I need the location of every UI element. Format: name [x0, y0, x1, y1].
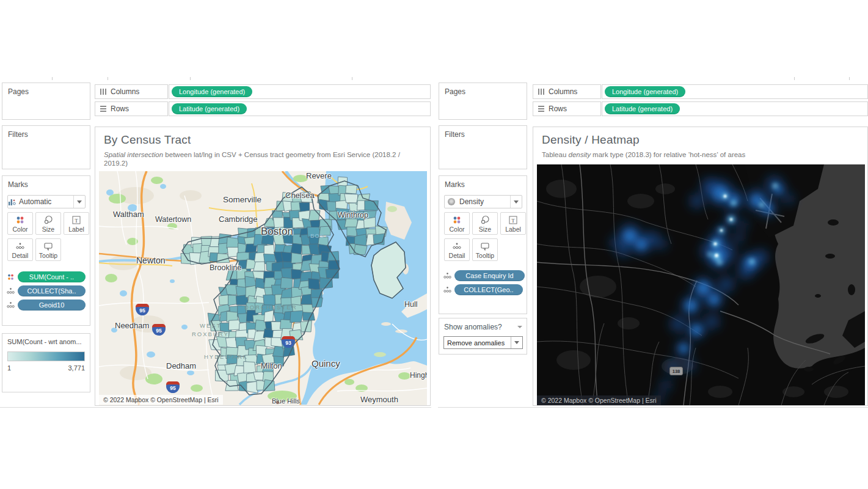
- mark-type-caret[interactable]: [73, 196, 85, 208]
- mark-type-dropdown[interactable]: Automatic: [7, 195, 86, 208]
- city-label: Waltham: [113, 210, 144, 219]
- marks-pill[interactable]: Case Enquiry Id: [454, 270, 525, 281]
- area-label: WEST: [200, 322, 221, 329]
- tooltip-icon: [480, 241, 490, 251]
- detail-icon: [6, 301, 15, 310]
- columns-pill[interactable]: Longitude (generated): [605, 86, 685, 97]
- rows-shelf-right[interactable]: Latitude (generated): [602, 101, 868, 116]
- pill-row: SUM(Count - ..: [6, 271, 86, 282]
- detail-icon: [452, 241, 462, 251]
- detail-button[interactable]: Detail: [444, 238, 470, 261]
- filters-shelf-right[interactable]: Filters: [439, 125, 527, 169]
- marks-pill[interactable]: Geoid10: [18, 300, 86, 311]
- window-bottom-edge: [438, 407, 868, 408]
- columns-shelf-right[interactable]: Longitude (generated): [602, 84, 868, 99]
- size-button-label: Size: [42, 226, 54, 233]
- city-label: Hingham: [410, 371, 427, 380]
- color-button[interactable]: Color: [7, 212, 33, 235]
- pill-row: Geoid10: [6, 300, 86, 311]
- columns-shelf-left[interactable]: Longitude (generated): [169, 84, 431, 99]
- size-button-label: Size: [479, 226, 491, 233]
- label-button[interactable]: T Label: [500, 212, 526, 235]
- city-label: Watertown: [155, 215, 191, 224]
- city-label: Cambridge: [219, 215, 258, 224]
- choropleth-map[interactable]: RevereChelseaSomervilleWinthropWalthamWa…: [99, 171, 427, 405]
- columns-shelf-label-right: Columns: [533, 84, 601, 99]
- interstate-shield: 95: [152, 324, 166, 336]
- detail-icon: [443, 285, 452, 295]
- map-attribution: © 2022 Mapbox © OpenStreetMap | Esri: [99, 395, 223, 405]
- rows-pill[interactable]: Latitude (generated): [172, 103, 247, 114]
- size-icon: [43, 215, 53, 225]
- size-button[interactable]: Size: [472, 212, 498, 235]
- top-tick: [52, 77, 53, 80]
- rows-shelf-left[interactable]: Latitude (generated): [169, 101, 431, 116]
- rows-label: Rows: [549, 105, 567, 113]
- city-label: Brookline: [210, 263, 241, 272]
- pill-row: Case Enquiry Id: [443, 270, 525, 281]
- area-label: ROXBURY: [192, 331, 229, 337]
- parameter-menu-caret[interactable]: [517, 326, 522, 328]
- sheet-subtitle: Spatial intersection between lat/lng in …: [104, 150, 417, 167]
- tooltip-button-label: Tooltip: [476, 252, 494, 259]
- legend-title: SUM(Count - wrt anom...: [7, 338, 82, 345]
- mark-type-caret[interactable]: [510, 196, 522, 208]
- marks-pill[interactable]: COLLECT(Geo..: [454, 284, 523, 295]
- marks-pill[interactable]: COLLECT(Sha..: [18, 285, 86, 296]
- sheet-subtitle: Tableau density mark type (2018.3) for r…: [542, 150, 855, 159]
- sheet-title: By Census Tract: [104, 133, 191, 147]
- city-label: Somerville: [223, 195, 261, 204]
- rows-icon: [538, 106, 544, 112]
- columns-pill[interactable]: Longitude (generated): [172, 86, 252, 97]
- marks-card-left: Marks Automatic Color Size: [2, 175, 90, 326]
- parameter-dropdown-caret[interactable]: [511, 337, 522, 348]
- detail-icon: [443, 271, 452, 281]
- tooltip-button[interactable]: Tooltip: [35, 238, 61, 261]
- city-label: Chelsea: [285, 191, 315, 200]
- city-label: Milton: [261, 361, 282, 370]
- mark-type-value: Density: [455, 197, 510, 206]
- top-tick: [794, 77, 795, 80]
- area-label: DORCHESTER: [244, 304, 297, 311]
- marks-pill[interactable]: SUM(Count - ..: [18, 271, 86, 282]
- city-label: Dedham: [166, 361, 196, 370]
- legend-max: 3,771: [68, 364, 85, 372]
- legend-min: 1: [7, 364, 11, 372]
- rows-shelf-label-left: Rows: [95, 101, 168, 116]
- city-label: Quincy: [312, 358, 340, 369]
- detail-button-label: Detail: [12, 252, 29, 259]
- pill-row: COLLECT(Sha..: [6, 285, 86, 296]
- columns-label: Columns: [549, 87, 577, 96]
- detail-icon: [6, 287, 15, 296]
- filters-label: Filters: [445, 130, 465, 139]
- detail-button[interactable]: Detail: [7, 238, 33, 261]
- city-label: Needham: [115, 321, 149, 330]
- parameter-dropdown[interactable]: Remove anomalies: [443, 336, 523, 349]
- color-legend-card[interactable]: SUM(Count - wrt anom... 1 3,771: [2, 333, 90, 392]
- interstate-shield: 93: [282, 336, 295, 348]
- rows-pill[interactable]: Latitude (generated): [605, 103, 680, 114]
- detail-button-label: Detail: [449, 252, 465, 259]
- city-label: Weymouth: [360, 395, 398, 404]
- legend-gradient: [7, 351, 85, 361]
- mark-type-value: Automatic: [16, 197, 73, 206]
- columns-icon: [538, 89, 544, 95]
- mark-type-dropdown[interactable]: Density: [444, 195, 522, 208]
- pages-shelf-right[interactable]: Pages: [439, 83, 527, 120]
- pages-shelf-left[interactable]: Pages: [2, 83, 90, 120]
- city-label: Hull: [404, 300, 418, 309]
- color-button[interactable]: Color: [444, 212, 470, 235]
- density-heatmap-map[interactable]: 138 © 2022 Mapbox © OpenStreetMap | Esri: [537, 164, 865, 405]
- size-icon: [480, 215, 490, 225]
- color-button-label: Color: [12, 226, 27, 233]
- label-button[interactable]: T Label: [64, 212, 89, 235]
- tooltip-button[interactable]: Tooltip: [472, 238, 498, 261]
- filters-shelf-left[interactable]: Filters: [2, 125, 90, 169]
- city-label: Boston: [261, 226, 293, 238]
- color-icon: [15, 215, 25, 225]
- color-icon: [6, 273, 15, 282]
- size-button[interactable]: Size: [35, 212, 61, 235]
- route-shield: 138: [669, 367, 683, 375]
- automatic-mark-icon: [8, 198, 16, 206]
- top-tick: [108, 77, 108, 80]
